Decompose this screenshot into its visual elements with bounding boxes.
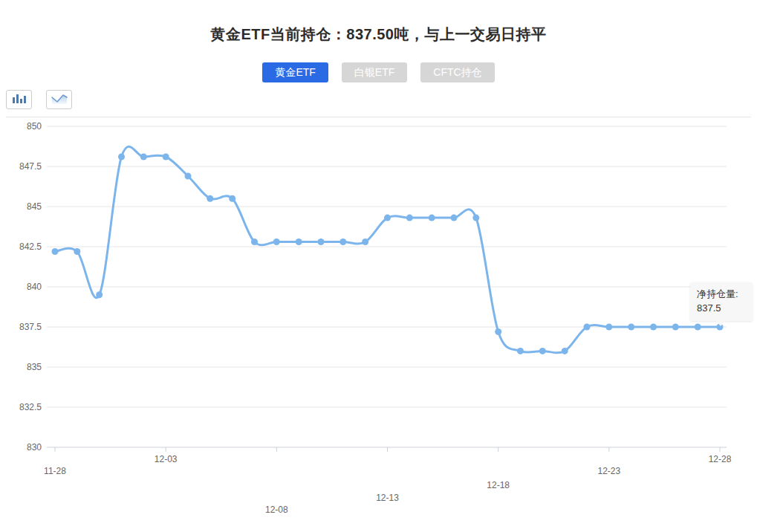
data-point[interactable] [318,239,325,245]
x-axis-label: 12-08 [265,505,288,515]
data-point[interactable] [628,324,634,331]
x-axis-label: 12-23 [597,466,620,476]
data-point[interactable] [406,215,413,221]
x-axis-label: 12-13 [376,493,399,503]
data-point[interactable] [517,348,524,354]
data-point[interactable] [251,239,258,245]
data-point[interactable] [695,324,701,331]
data-point[interactable] [495,328,501,335]
x-axis-label: 12-28 [709,454,732,464]
data-point[interactable] [185,173,192,180]
series-line [55,146,720,353]
data-point[interactable] [384,215,391,221]
data-point[interactable] [229,195,235,202]
x-axis-label: 11-28 [44,466,66,476]
data-point[interactable] [429,215,435,221]
data-point[interactable] [140,154,147,160]
y-axis-label: 832.5 [19,402,42,412]
y-axis-label: 840 [27,282,42,292]
y-axis-label: 830 [27,442,42,452]
series-markers [52,154,724,354]
data-point[interactable] [584,324,591,331]
y-gridlines [47,126,727,407]
y-axis-label: 847.5 [19,161,42,172]
data-point[interactable] [296,239,302,245]
y-axis-label: 837.5 [19,322,42,332]
y-axis-label: 835 [27,362,42,372]
data-point[interactable] [605,324,612,331]
data-point[interactable] [96,291,103,298]
x-axis: 11-2812-0312-0812-1312-1812-2312-28 [44,447,732,515]
data-point[interactable] [362,239,368,245]
y-axis-labels: 850847.5845842.5840837.5835832.5830 [19,121,42,452]
data-point[interactable] [539,348,546,354]
tooltip-pointer [715,320,726,326]
chart-tooltip: 净持仓量: 837.5 [690,282,753,321]
holdings-line-chart: 850847.5845842.5840837.5835832.583011-28… [0,0,757,532]
y-axis-label: 850 [27,121,42,132]
data-point[interactable] [672,324,679,331]
data-point[interactable] [451,215,458,221]
tooltip-series-label: 净持仓量: [697,288,746,302]
y-axis-label: 845 [27,201,42,212]
data-point[interactable] [52,248,59,255]
data-point[interactable] [562,348,568,354]
x-axis-label: 12-03 [155,454,178,464]
data-point[interactable] [163,154,169,160]
x-axis-label: 12-18 [487,480,510,490]
data-point[interactable] [472,215,479,221]
data-point[interactable] [273,239,280,245]
data-point[interactable] [339,239,346,245]
data-point[interactable] [118,154,125,160]
tooltip-value: 837.5 [697,302,746,316]
data-point[interactable] [207,195,213,202]
data-point[interactable] [650,324,657,331]
y-axis-label: 842.5 [19,241,42,252]
data-point[interactable] [74,248,80,255]
